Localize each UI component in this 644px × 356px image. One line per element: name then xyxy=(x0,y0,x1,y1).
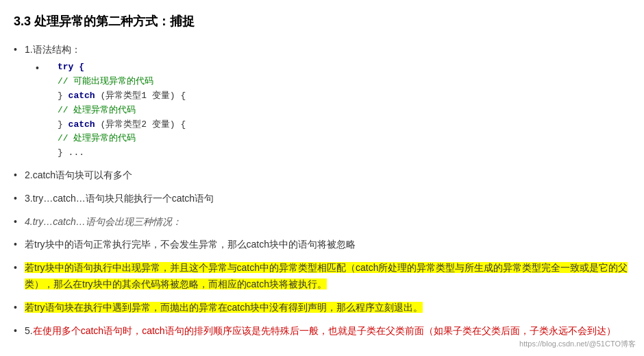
code-catch-2: } catch (异常类型2 变量) { xyxy=(58,118,630,132)
try-line: try { // 可能出现异常的代码 } catch (异常类型1 变量) { … xyxy=(36,60,630,161)
list-item-2: 2.catch语句块可以有多个 xyxy=(14,167,630,184)
code-try: try { xyxy=(58,60,630,75)
bullet2-text: 若try块中的语句执行中出现异常，并且这个异常与catch中的异常类型相匹配（c… xyxy=(25,262,628,289)
bullet3-text: 若try语句块在执行中遇到异常，而抛出的异常在catch块中没有得到声明，那么程… xyxy=(25,302,423,313)
code-block: try { // 可能出现异常的代码 } catch (异常类型1 变量) { … xyxy=(58,60,630,161)
list-item-5: 5.在使用多个catch语句时，catch语句的排列顺序应该是先特殊后一般，也就… xyxy=(14,323,630,340)
bullet-item-2: 若try块中的语句执行中出现异常，并且这个异常与catch中的异常类型相匹配（c… xyxy=(14,260,630,293)
list-item-4: 4.try…catch…语句会出现三种情况： xyxy=(14,214,630,230)
code-comment-1: // 可能出现异常的代码 xyxy=(58,75,630,89)
page-title: 3.3 处理异常的第二种方式：捕捉 xyxy=(14,11,630,32)
item3-text: 3.try…catch…语句块只能执行一个catch语句 xyxy=(25,193,214,204)
watermark: https://blog.csdn.net/@51CTO博客 xyxy=(519,337,636,351)
list-item-1: 1.语法结构： try { // 可能出现异常的代码 } catch (异常类型… xyxy=(14,42,630,161)
code-comment-3: // 处理异常的代码 xyxy=(58,132,630,146)
bullet-item-3: 若try语句块在执行中遇到异常，而抛出的异常在catch块中没有得到声明，那么程… xyxy=(14,300,630,316)
keyword-try: try { xyxy=(58,62,84,72)
item1-label: 1.语法结构： xyxy=(25,44,81,55)
code-end: } ... xyxy=(58,146,630,161)
main-list: 1.语法结构： try { // 可能出现异常的代码 } catch (异常类型… xyxy=(14,42,630,340)
list-item-3: 3.try…catch…语句块只能执行一个catch语句 xyxy=(14,191,630,207)
item5-red-text: 在使用多个catch语句时，catch语句的排列顺序应该是先特殊后一般，也就是子… xyxy=(33,325,616,336)
item2-text: 2.catch语句块可以有多个 xyxy=(25,169,132,180)
item5-text: 5.在使用多个catch语句时，catch语句的排列顺序应该是先特殊后一般，也就… xyxy=(25,325,616,336)
item4-text: 4.try…catch…语句会出现三种情况： xyxy=(25,216,182,227)
bullet1-text: 若try块中的语句正常执行完毕，不会发生异常，那么catch块中的语句将被忽略 xyxy=(25,239,356,250)
code-comment-2: // 处理异常的代码 xyxy=(58,104,630,118)
bullet-item-1: 若try块中的语句正常执行完毕，不会发生异常，那么catch块中的语句将被忽略 xyxy=(14,237,630,253)
code-catch-1: } catch (异常类型1 变量) { xyxy=(58,89,630,104)
syntax-sublist: try { // 可能出现异常的代码 } catch (异常类型1 变量) { … xyxy=(36,60,630,161)
